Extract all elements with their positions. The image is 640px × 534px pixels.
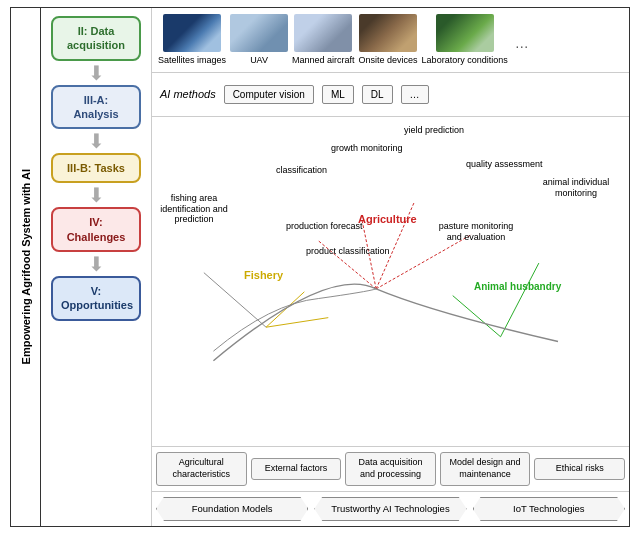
section-analysis: AI methods Computer vision ML DL … [152,73,629,117]
challenge-4: Ethical risks [534,458,625,480]
arrow-2: ⬇ [88,131,105,151]
img-item-uav: UAV [230,14,288,66]
aircraft-img [294,14,352,52]
img-item-more: … [512,25,532,66]
animal-label: Animal husbandry [474,281,561,292]
right-sections: Satellites images UAV Manned aircraft On… [151,8,629,526]
sidebar-label: Empowering Agrifood System with AI [20,169,32,364]
arrow-3: ⬇ [88,185,105,205]
more-icon: … [512,25,532,63]
challenge-1: External factors [251,458,342,480]
tasks-inner: yield prediction growth monitoring class… [156,121,625,442]
challenge-0: Agricultural characteristics [156,452,247,485]
step-challenges: IV: Challenges [51,207,141,252]
ai-methods-label: AI methods [160,88,216,100]
task-animal-individual: animal individual monitoring [531,177,621,199]
opportunity-2: IoT Technologies [473,497,625,521]
step-tasks: III-B: Tasks [51,153,141,183]
left-sidebar: Empowering Agrifood System with AI [11,8,41,526]
fishery-label: Fishery [244,269,283,281]
arrow-1: ⬇ [88,63,105,83]
task-fishing: fishing area identification and predicti… [158,193,230,225]
task-yield: yield prediction [404,125,464,136]
method-dl: DL [362,85,393,104]
opportunity-0: Foundation Models [156,497,308,521]
uav-img [230,14,288,52]
task-growth: growth monitoring [331,143,403,154]
step-opportunities: V: Opportunities [51,276,141,321]
challenge-3: Model design and maintenance [440,452,531,485]
task-pasture: pasture monitoring and evaluation [436,221,516,243]
img-item-satellite: Satellites images [158,14,226,66]
task-product: product classification [306,246,390,257]
method-cv: Computer vision [224,85,314,104]
svg-line-8 [501,263,539,337]
step-data-acquisition: II: Data acquisition [51,16,141,61]
section-tasks: yield prediction growth monitoring class… [152,117,629,447]
satellite-img [163,14,221,52]
lab-img [436,14,494,52]
img-item-onsite: Onsite devices [359,14,418,66]
opportunity-1: Trustworthy AI Technologies [314,497,466,521]
task-classification: classification [276,165,327,176]
method-ml: ML [322,85,354,104]
img-item-aircraft: Manned aircraft [292,14,355,66]
main-container: Empowering Agrifood System with AI II: D… [10,7,630,527]
method-more: … [401,85,429,104]
agriculture-label: Agriculture [358,213,417,225]
section-acquisition: Satellites images UAV Manned aircraft On… [152,8,629,73]
images-row: Satellites images UAV Manned aircraft On… [158,14,623,66]
content-area: II: Data acquisition ⬇ III-A: Analysis ⬇… [41,8,629,526]
step-analysis: III-A: Analysis [51,85,141,130]
arrow-4: ⬇ [88,254,105,274]
steps-column: II: Data acquisition ⬇ III-A: Analysis ⬇… [41,8,151,526]
section-opportunities: Foundation Models Trustworthy AI Technol… [152,492,629,526]
task-production: production forecast [286,221,363,232]
onsite-img [359,14,417,52]
task-quality: quality assessment [466,159,543,170]
challenge-2: Data acquisition and processing [345,452,436,485]
img-item-lab: Laboratory conditions [422,14,508,66]
section-challenges: Agricultural characteristics External fa… [152,447,629,491]
